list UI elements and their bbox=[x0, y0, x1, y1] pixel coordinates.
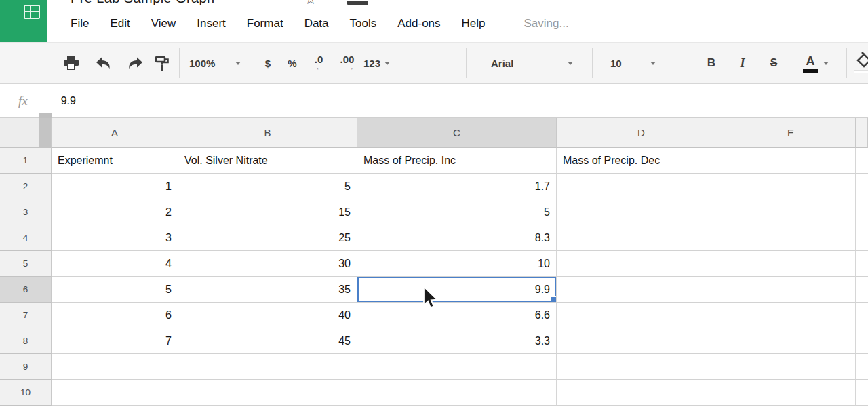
cell-C2[interactable]: 1.7 bbox=[357, 174, 557, 199]
zoom-select[interactable]: 100% bbox=[185, 48, 245, 78]
cell-E3[interactable] bbox=[726, 199, 856, 225]
cell-B6[interactable]: 35 bbox=[178, 277, 357, 303]
row-header-7[interactable]: 7 bbox=[0, 303, 52, 328]
cell-A5[interactable]: 4 bbox=[52, 251, 178, 277]
cell-E10[interactable] bbox=[726, 380, 856, 406]
increase-decimal-button[interactable]: .00→ bbox=[334, 48, 361, 78]
cell-A6[interactable]: 5 bbox=[52, 277, 178, 303]
font-size-select[interactable]: 10 bbox=[604, 48, 661, 78]
cell-D5[interactable] bbox=[557, 251, 726, 277]
menu-item-edit[interactable]: Edit bbox=[110, 17, 130, 31]
star-icon[interactable]: ☆ bbox=[304, 0, 322, 6]
row-header-6[interactable]: 6 bbox=[0, 277, 52, 303]
cell-C9[interactable] bbox=[357, 354, 557, 380]
selected-cell-C6[interactable]: 9.9 bbox=[357, 277, 557, 303]
cell-A10[interactable] bbox=[52, 380, 178, 406]
format-currency-button[interactable]: $ bbox=[258, 48, 278, 78]
italic-button[interactable]: I bbox=[730, 48, 755, 78]
cell-C7[interactable]: 6.6 bbox=[357, 303, 557, 328]
undo-button[interactable] bbox=[95, 48, 113, 78]
row-header-3[interactable]: 3 bbox=[0, 199, 52, 225]
menu-item-addons[interactable]: Add-ons bbox=[397, 17, 440, 31]
cell-E1[interactable] bbox=[726, 148, 856, 174]
select-all-corner[interactable] bbox=[0, 118, 52, 148]
bold-button[interactable]: B bbox=[698, 48, 724, 78]
number-format-select[interactable]: 123 bbox=[363, 48, 399, 78]
cell-E4[interactable] bbox=[726, 225, 856, 251]
cell-C8[interactable]: 3.3 bbox=[357, 328, 557, 354]
formula-input[interactable]: 9.9 bbox=[61, 95, 76, 107]
cell-B1[interactable]: Vol. Silver Nitrate bbox=[178, 148, 357, 174]
cell-A2[interactable]: 1 bbox=[52, 174, 178, 199]
cell-D2[interactable] bbox=[557, 174, 726, 199]
cell-D3[interactable] bbox=[557, 199, 726, 225]
cell-B5[interactable]: 30 bbox=[178, 251, 357, 277]
menu-item-view[interactable]: View bbox=[151, 17, 176, 31]
cell-C10[interactable] bbox=[357, 380, 557, 406]
cell-E5[interactable] bbox=[726, 251, 856, 277]
menu-item-format[interactable]: Format bbox=[247, 17, 283, 31]
sheets-logo-icon[interactable] bbox=[0, 0, 47, 42]
document-title[interactable]: Pre Lab Sample Graph bbox=[71, 0, 301, 6]
cell-E9[interactable] bbox=[726, 354, 856, 380]
cell-B9[interactable] bbox=[178, 354, 357, 380]
cell-A3[interactable]: 2 bbox=[52, 199, 178, 225]
cell-A8[interactable]: 7 bbox=[52, 328, 178, 354]
text-color-button[interactable]: A bbox=[797, 48, 837, 78]
column-header-D[interactable]: D bbox=[557, 118, 726, 148]
cell-E7[interactable] bbox=[726, 303, 856, 328]
cell-C1[interactable]: Mass of Precip. Inc bbox=[357, 148, 557, 174]
cell-B10[interactable] bbox=[178, 380, 357, 406]
cell-A4[interactable]: 3 bbox=[52, 225, 178, 251]
column-header-C[interactable]: C bbox=[357, 118, 557, 148]
corner-strip bbox=[39, 118, 51, 147]
cell-E6[interactable] bbox=[726, 277, 856, 303]
cell-B4[interactable]: 25 bbox=[178, 225, 357, 251]
print-button[interactable] bbox=[62, 48, 80, 78]
menu-item-insert[interactable]: Insert bbox=[197, 17, 226, 31]
menu-item-tools[interactable]: Tools bbox=[350, 17, 377, 31]
cell-D10[interactable] bbox=[557, 380, 726, 406]
cell-C5[interactable]: 10 bbox=[357, 251, 557, 277]
decrease-decimal-button[interactable]: .0← bbox=[307, 48, 331, 78]
column-header-B[interactable]: B bbox=[178, 118, 357, 148]
google-sheets-app: Pre Lab Sample Graph ☆ FileEditViewInser… bbox=[0, 0, 868, 407]
menu-item-help[interactable]: Help bbox=[462, 17, 486, 31]
cell-A7[interactable]: 6 bbox=[52, 303, 178, 328]
cell-A1[interactable]: Experiemnt bbox=[52, 148, 178, 174]
row-header-8[interactable]: 8 bbox=[0, 328, 52, 354]
row-header-10[interactable]: 10 bbox=[0, 380, 52, 406]
row-header-4[interactable]: 4 bbox=[0, 225, 52, 251]
cell-C4[interactable]: 8.3 bbox=[357, 225, 557, 251]
menu-item-file[interactable]: File bbox=[71, 17, 89, 31]
cell-B2[interactable]: 5 bbox=[178, 174, 357, 199]
menu-item-data[interactable]: Data bbox=[304, 17, 329, 31]
cell-C3[interactable]: 5 bbox=[357, 199, 557, 225]
move-folder-icon[interactable] bbox=[347, 1, 368, 5]
column-header-E[interactable]: E bbox=[726, 118, 856, 148]
cell-D1[interactable]: Mass of Precip. Dec bbox=[557, 148, 726, 174]
paint-format-button[interactable] bbox=[153, 48, 171, 78]
cell-E8[interactable] bbox=[726, 328, 856, 354]
cell-D8[interactable] bbox=[557, 328, 726, 354]
strikethrough-button[interactable]: S bbox=[761, 48, 787, 78]
toolbar-divider bbox=[671, 48, 671, 78]
font-family-select[interactable]: Arial bbox=[475, 48, 580, 78]
cell-D6[interactable] bbox=[557, 277, 726, 303]
column-header-A[interactable]: A bbox=[52, 118, 178, 148]
cell-D4[interactable] bbox=[557, 225, 726, 251]
cell-B3[interactable]: 15 bbox=[178, 199, 357, 225]
redo-button[interactable] bbox=[126, 48, 144, 78]
cell-A9[interactable] bbox=[52, 354, 178, 380]
row-header-5[interactable]: 5 bbox=[0, 251, 52, 277]
format-percent-button[interactable]: % bbox=[282, 48, 302, 78]
cell-E2[interactable] bbox=[726, 174, 856, 199]
cell-D9[interactable] bbox=[557, 354, 726, 380]
row-header-2[interactable]: 2 bbox=[0, 174, 52, 199]
cell-B7[interactable]: 40 bbox=[178, 303, 357, 328]
cell-D7[interactable] bbox=[557, 303, 726, 328]
fill-color-button[interactable] bbox=[854, 48, 868, 78]
row-header-1[interactable]: 1 bbox=[0, 148, 52, 174]
cell-B8[interactable]: 45 bbox=[178, 328, 357, 354]
row-header-9[interactable]: 9 bbox=[0, 354, 52, 380]
